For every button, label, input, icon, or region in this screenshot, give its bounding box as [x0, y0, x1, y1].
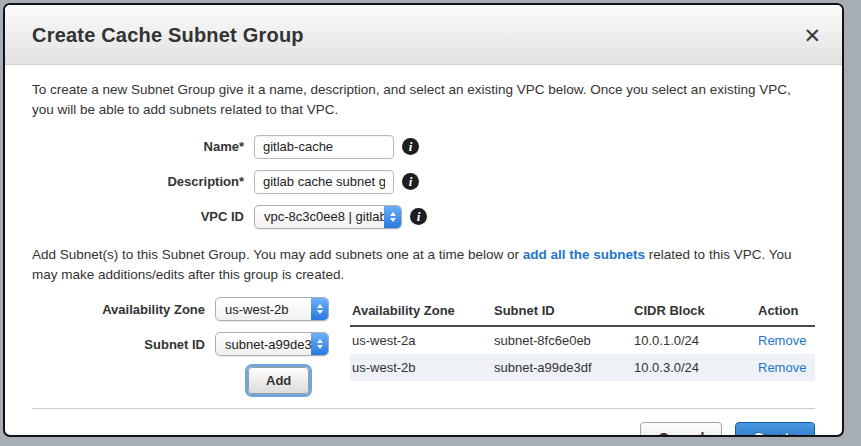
dialog-footer: Cancel Create [32, 408, 815, 437]
close-icon[interactable]: ✕ [803, 24, 821, 45]
intro-text: To create a new Subnet Group give it a n… [32, 80, 815, 121]
subnet-section: Availability Zone us-west-2b Subnet ID s… [32, 297, 815, 394]
subnet-id-label: Subnet ID [32, 337, 207, 352]
description-input[interactable] [254, 170, 394, 194]
dialog-header: Create Cache Subnet Group ✕ [5, 5, 842, 65]
select-stepper-icon [311, 333, 328, 355]
subnets-table: Availability Zone Subnet ID CIDR Block A… [350, 297, 815, 381]
select-stepper-icon [384, 206, 401, 228]
cancel-button[interactable]: Cancel [640, 422, 722, 437]
col-header-subnet-id: Subnet ID [494, 303, 634, 318]
availability-zone-label: Availability Zone [32, 302, 207, 317]
dialog-body: To create a new Subnet Group give it a n… [5, 65, 842, 394]
add-all-subnets-link[interactable]: add all the subnets [523, 247, 645, 262]
cell-cidr-block: 10.0.1.0/24 [634, 333, 758, 348]
remove-link[interactable]: Remove [758, 333, 806, 348]
subnet-id-row: Subnet ID subnet-a99de3df [32, 332, 350, 356]
vpc-id-selected-value: vpc-8c3c0ee8 | gitlab [255, 209, 384, 224]
dialog-title: Create Cache Subnet Group [32, 23, 304, 46]
remove-link[interactable]: Remove [758, 360, 806, 375]
add-subnet-form: Availability Zone us-west-2b Subnet ID s… [32, 297, 350, 394]
table-row: us-west-2b subnet-a99de3df 10.0.3.0/24 R… [350, 354, 815, 381]
table-header-row: Availability Zone Subnet ID CIDR Block A… [350, 297, 815, 327]
cell-subnet-id: subnet-a99de3df [494, 360, 634, 375]
description-label: Description* [32, 174, 246, 189]
create-button[interactable]: Create [735, 422, 815, 437]
description-row: Description* i [32, 170, 815, 194]
create-cache-subnet-group-dialog: Create Cache Subnet Group ✕ To create a … [3, 3, 844, 437]
add-subnets-text-before: Add Subnet(s) to this Subnet Group. You … [32, 247, 523, 262]
col-header-action: Action [758, 303, 813, 318]
info-icon[interactable]: i [402, 173, 419, 190]
availability-zone-select[interactable]: us-west-2b [215, 297, 329, 321]
add-button[interactable]: Add [248, 367, 309, 394]
cell-availability-zone: us-west-2b [352, 360, 494, 375]
subnet-id-selected-value: subnet-a99de3df [216, 337, 311, 352]
name-row: Name* i [32, 135, 815, 159]
vpc-id-label: VPC ID [32, 209, 246, 224]
add-subnets-text: Add Subnet(s) to this Subnet Group. You … [32, 245, 815, 286]
col-header-cidr-block: CIDR Block [634, 303, 758, 318]
cell-availability-zone: us-west-2a [352, 333, 494, 348]
info-icon[interactable]: i [410, 208, 427, 225]
name-label: Name* [32, 139, 246, 154]
name-input[interactable] [254, 135, 394, 159]
select-stepper-icon [311, 298, 328, 320]
vpc-id-select[interactable]: vpc-8c3c0ee8 | gitlab [254, 205, 402, 229]
availability-zone-row: Availability Zone us-west-2b [32, 297, 350, 321]
table-row: us-west-2a subnet-8fc6e0eb 10.0.1.0/24 R… [350, 327, 815, 354]
add-button-row: Add [32, 367, 350, 394]
col-header-availability-zone: Availability Zone [352, 303, 494, 318]
vpc-row: VPC ID vpc-8c3c0ee8 | gitlab i [32, 205, 815, 229]
subnet-id-select[interactable]: subnet-a99de3df [215, 332, 329, 356]
cell-subnet-id: subnet-8fc6e0eb [494, 333, 634, 348]
availability-zone-selected-value: us-west-2b [216, 302, 311, 317]
cell-cidr-block: 10.0.3.0/24 [634, 360, 758, 375]
info-icon[interactable]: i [402, 138, 419, 155]
